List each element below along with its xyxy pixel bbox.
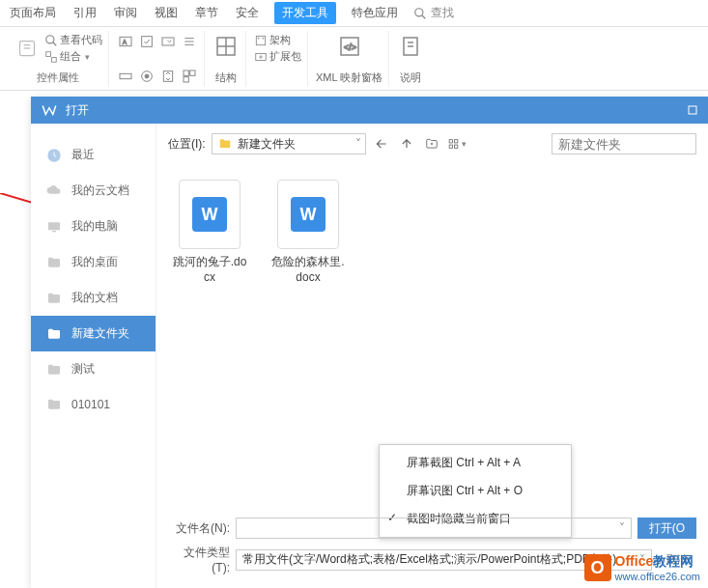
svg-rect-44: [449, 145, 452, 148]
structure-label: 结构: [215, 70, 237, 85]
file-grid[interactable]: W 跳河的兔子.docx W 危险的森林里.docx 屏幕截图 Ctrl + A…: [156, 164, 708, 510]
dialog-titlebar: 打开: [31, 97, 708, 124]
svg-rect-45: [454, 145, 457, 148]
cloud-icon: [46, 183, 62, 199]
widget-input-icon[interactable]: [117, 68, 134, 85]
ribbon-group-xml-mapping: </> XML 映射窗格: [310, 31, 389, 87]
combine-button[interactable]: 组合: [44, 49, 102, 64]
ribbon-tab-view[interactable]: 视图: [153, 1, 180, 25]
ribbon-group-description: 说明: [391, 31, 430, 87]
location-value: 新建文件夹: [238, 136, 296, 153]
svg-line-6: [53, 42, 57, 45]
filetype-value: 常用文件(文字/Word格式;表格/Excel格式;演示/PowerPoint格…: [242, 551, 616, 568]
folder-icon: [46, 397, 62, 412]
view-mode-button[interactable]: [447, 134, 467, 154]
dialog-sidebar: 最近 我的云文档 我的电脑 我的桌面 我的文档 新建文件夹: [31, 124, 156, 588]
sidebar-label: 新建文件夹: [71, 325, 129, 342]
computer-icon: [46, 219, 62, 235]
filename-input[interactable]: ˅: [236, 518, 632, 539]
ribbon-tab-security[interactable]: 安全: [234, 1, 261, 25]
sidebar-label: 我的桌面: [71, 254, 118, 270]
office-logo-icon: O: [584, 554, 611, 581]
chevron-down-icon: ˅: [355, 137, 361, 151]
properties-icon[interactable]: [14, 35, 41, 62]
sidebar-item-documents[interactable]: 我的文档: [31, 280, 156, 316]
svg-rect-11: [142, 37, 153, 47]
sidebar-item-recent[interactable]: 最近: [31, 137, 156, 173]
svg-text:A: A: [123, 39, 127, 45]
widget-radio-icon[interactable]: [138, 68, 156, 85]
svg-line-1: [422, 14, 426, 18]
location-label: 位置(I):: [168, 136, 206, 153]
menu-item-screen-ocr[interactable]: 屏幕识图 Ctrl + Alt + O: [380, 477, 571, 505]
ribbon-group-xml: 架构 扩展包: [248, 31, 308, 87]
svg-point-27: [258, 38, 259, 39]
clock-icon: [46, 148, 62, 163]
ribbon-tab-chapters[interactable]: 章节: [193, 1, 220, 25]
ribbon-tab-features[interactable]: 特色应用: [350, 1, 400, 25]
svg-rect-26: [256, 36, 265, 44]
dialog-maximize-icon[interactable]: [687, 104, 698, 116]
ribbon-tabs: 页面布局 引用 审阅 视图 章节 安全 开发工具 特色应用 查找: [0, 0, 708, 27]
xml-mapping-icon[interactable]: </>: [336, 33, 363, 60]
ribbon-group-controls: 查看代码 组合 控件属性: [8, 31, 109, 87]
location-dropdown[interactable]: 新建文件夹 ˅: [212, 133, 366, 154]
file-search-input[interactable]: [552, 133, 696, 154]
new-folder-button[interactable]: [422, 134, 441, 154]
up-button[interactable]: [397, 134, 416, 154]
folder-icon: [46, 291, 62, 306]
watermark-brand: Office教程网: [615, 553, 694, 569]
file-item[interactable]: W 危险的森林里.docx: [270, 180, 346, 285]
sidebar-label: 我的电脑: [71, 218, 118, 235]
sidebar-label: 测试: [71, 361, 95, 378]
view-code-button[interactable]: 查看代码: [44, 33, 102, 47]
svg-rect-42: [449, 140, 452, 143]
watermark-url: www.office26.com: [615, 571, 700, 582]
svg-rect-41: [52, 231, 56, 232]
folder-icon: [46, 255, 62, 270]
ribbon-group-structure: 结构: [207, 31, 246, 87]
ribbon-tab-developer[interactable]: 开发工具: [274, 2, 336, 24]
widget-spin-icon[interactable]: [159, 68, 177, 85]
structure-icon[interactable]: [212, 33, 240, 60]
sidebar-item-010101[interactable]: 010101: [31, 387, 156, 422]
file-thumbnail: W: [277, 180, 339, 249]
file-name: 跳河的兔子.docx: [172, 255, 247, 285]
file-item[interactable]: W 跳河的兔子.docx: [172, 180, 247, 285]
open-button[interactable]: 打开(O: [637, 518, 696, 539]
sidebar-item-cloud[interactable]: 我的云文档: [31, 173, 156, 209]
docx-badge-icon: W: [192, 197, 227, 232]
widget-text-icon[interactable]: A: [117, 33, 134, 50]
ribbon-content: 查看代码 组合 控件属性 A 结构: [0, 27, 708, 91]
watermark: O Office教程网 www.office26.com: [584, 553, 700, 582]
ribbon-tab-review[interactable]: 审阅: [112, 1, 139, 25]
widget-dropdown-icon[interactable]: [159, 33, 177, 50]
file-thumbnail: W: [179, 180, 241, 249]
widget-list-icon[interactable]: [181, 33, 198, 50]
search-label: 查找: [431, 5, 454, 21]
sidebar-item-computer[interactable]: 我的电脑: [31, 209, 156, 244]
sidebar-item-new-folder[interactable]: 新建文件夹: [31, 316, 156, 351]
description-label: 说明: [400, 70, 421, 85]
sidebar-item-desktop[interactable]: 我的桌面: [31, 244, 156, 280]
xml-mapping-label: XML 映射窗格: [316, 70, 382, 85]
filetype-label: 文件类型(T):: [168, 545, 230, 574]
ribbon-group-widgets: A: [111, 31, 205, 87]
expansion-button[interactable]: 扩展包: [254, 49, 301, 64]
menu-item-screenshot[interactable]: 屏幕截图 Ctrl + Alt + A: [380, 449, 571, 477]
svg-rect-7: [46, 51, 51, 56]
back-button[interactable]: [372, 134, 391, 154]
chevron-down-icon: ˅: [619, 521, 625, 535]
widget-more-icon[interactable]: [181, 68, 198, 85]
schema-button[interactable]: 架构: [254, 33, 291, 47]
svg-rect-16: [120, 73, 131, 78]
ribbon-tab-page-layout[interactable]: 页面布局: [8, 1, 58, 25]
widget-check-icon[interactable]: [138, 33, 156, 50]
sidebar-label: 010101: [71, 398, 110, 411]
ribbon-tab-references[interactable]: 引用: [71, 1, 99, 25]
svg-rect-40: [48, 222, 60, 230]
ribbon-search[interactable]: 查找: [413, 5, 454, 21]
sidebar-item-test[interactable]: 测试: [31, 351, 156, 387]
sidebar-label: 我的云文档: [71, 182, 129, 199]
description-icon[interactable]: [397, 33, 424, 60]
